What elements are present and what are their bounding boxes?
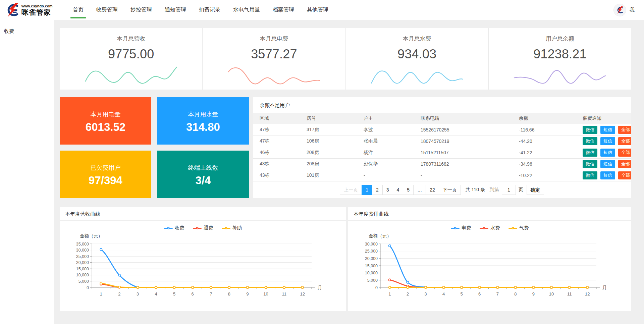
legend-item-收费[interactable]: 收费 — [164, 225, 184, 231]
stat-monthly-water-fee: 本月总水费 934.03 — [346, 28, 489, 90]
wechat-notify-button[interactable]: 微信 — [583, 149, 597, 157]
svg-text:8: 8 — [228, 291, 230, 296]
nav-item-meter-control[interactable]: 抄控管理 — [124, 0, 158, 20]
svg-text:12: 12 — [300, 291, 305, 296]
stat-label: 本月总电费 — [260, 35, 288, 43]
pagination-page-4[interactable]: 4 — [393, 185, 404, 195]
svg-text:11: 11 — [282, 291, 286, 296]
legend-item-气费[interactable]: 气费 — [508, 225, 529, 231]
svg-text:4: 4 — [442, 291, 445, 296]
tile-monthly-water-usage: 本月用水量 314.80 — [157, 97, 249, 145]
wechat-notify-button[interactable]: 微信 — [583, 171, 597, 179]
site-url: www.csyndb.com — [21, 4, 53, 8]
svg-text:10: 10 — [549, 291, 554, 296]
svg-text:35,000: 35,000 — [76, 242, 89, 247]
user-menu[interactable]: 我 — [613, 4, 635, 16]
pagination-goto-label: 到第 — [490, 187, 499, 193]
legend-item-水费[interactable]: 水费 — [480, 225, 500, 231]
nav-item-utility-usage[interactable]: 水电气用量 — [227, 0, 266, 20]
tile-monthly-electricity-usage: 本月用电量 6013.52 — [60, 97, 151, 145]
table-row: 43栋208房彭保华17807311682-34.96 微信短信全部 — [253, 158, 631, 170]
pagination-page-22[interactable]: 22 — [426, 185, 439, 195]
nav-item-other-management[interactable]: 其他管理 — [301, 0, 335, 20]
svg-text:月: 月 — [602, 285, 607, 290]
cost-chart-title: 本年度费用曲线 — [348, 207, 631, 221]
main-nav: 首页 收费管理 抄控管理 通知管理 扣费记录 水电气用量 档案管理 其他管理 — [66, 0, 335, 20]
revenue-chart-title: 本年度营收曲线 — [60, 207, 346, 221]
revenue-line-chart: 05,00010,00015,00020,00025,00030,00035,0… — [60, 221, 346, 311]
stat-monthly-revenue: 本月总营收 9775.00 — [60, 28, 203, 90]
sparkline-revenue — [83, 64, 179, 86]
stat-value: 3577.27 — [251, 47, 297, 61]
pagination-confirm-button[interactable]: 确定 — [527, 185, 544, 195]
nav-item-deduction-records[interactable]: 扣费记录 — [193, 0, 227, 20]
app-header: www.csyndb.com 咪雀管家 首页 收费管理 抄控管理 通知管理 扣费… — [0, 0, 644, 20]
svg-text:10: 10 — [263, 291, 268, 296]
sms-notify-button[interactable]: 短信 — [600, 126, 615, 134]
pagination-total: 共 110 条 — [466, 187, 485, 193]
kpi-tiles: 本月用电量 6013.52 本月用水量 314.80 已欠费用户 97/394 … — [60, 97, 249, 198]
nav-item-archives[interactable]: 档案管理 — [266, 0, 301, 20]
svg-text:30,000: 30,000 — [76, 248, 89, 253]
sparkline-balance — [512, 64, 608, 86]
svg-text:1: 1 — [388, 291, 391, 296]
svg-text:月: 月 — [318, 285, 322, 290]
pagination-next[interactable]: 下一页 — [439, 185, 461, 195]
stat-total-user-balance: 用户总余额 91238.21 — [489, 28, 631, 90]
revenue-chart-panel: 本年度营收曲线 收费退费补助 05,00010,00015,00020,0002… — [60, 207, 346, 311]
user-name: 我 — [630, 7, 635, 13]
cost-chart-legend: 电费水费气费 — [348, 225, 631, 231]
user-avatar — [613, 4, 626, 16]
lightning-logo-icon — [5, 2, 20, 18]
svg-text:2: 2 — [118, 291, 120, 296]
all-notify-button[interactable]: 全部 — [618, 126, 631, 134]
legend-item-电费[interactable]: 电费 — [451, 225, 471, 231]
svg-text:20,000: 20,000 — [365, 256, 378, 261]
pagination-page-5[interactable]: 5 — [403, 185, 414, 195]
nav-item-home[interactable]: 首页 — [66, 0, 90, 20]
pagination-prev[interactable]: 上一页 — [340, 185, 362, 195]
stat-monthly-electric-fee: 本月总电费 3577.27 — [203, 28, 345, 90]
svg-text:7: 7 — [210, 291, 212, 296]
all-notify-button[interactable]: 全部 — [618, 137, 631, 145]
sidebar-item-fees[interactable]: 收费 — [0, 20, 54, 38]
pagination-page-3[interactable]: 3 — [382, 185, 393, 195]
cost-line-chart: 05,00010,00015,00020,00025,00030,0001234… — [348, 221, 631, 311]
svg-text:5: 5 — [461, 291, 463, 296]
svg-text:7: 7 — [496, 291, 499, 296]
svg-text:8: 8 — [514, 291, 517, 296]
sparkline-water — [369, 64, 465, 86]
nav-item-fee-management[interactable]: 收费管理 — [90, 0, 124, 20]
legend-item-补助[interactable]: 补助 — [222, 225, 242, 231]
wechat-notify-button[interactable]: 微信 — [583, 160, 597, 168]
pagination-goto-input[interactable] — [502, 185, 516, 195]
sms-notify-button[interactable]: 短信 — [600, 137, 615, 145]
svg-text:0: 0 — [375, 285, 378, 290]
all-notify-button[interactable]: 全部 — [618, 149, 631, 157]
all-notify-button[interactable]: 全部 — [618, 171, 631, 179]
sms-notify-button[interactable]: 短信 — [600, 160, 615, 168]
svg-text:金额（元）: 金额（元） — [369, 233, 391, 238]
svg-text:6: 6 — [192, 291, 194, 296]
sms-notify-button[interactable]: 短信 — [600, 149, 615, 157]
low-balance-table: 区域 房号 户主 联系电话 余额 催费通知 47栋317房李波155261702… — [253, 113, 631, 181]
svg-text:4: 4 — [155, 291, 157, 296]
svg-text:6: 6 — [478, 291, 481, 296]
wechat-notify-button[interactable]: 微信 — [583, 126, 597, 134]
pagination-page-2[interactable]: 2 — [372, 185, 383, 195]
sms-notify-button[interactable]: 短信 — [600, 171, 615, 179]
svg-text:15,000: 15,000 — [76, 267, 89, 271]
svg-text:5: 5 — [173, 291, 175, 296]
svg-text:15,000: 15,000 — [365, 264, 378, 268]
pagination-page-1[interactable]: 1 — [362, 185, 372, 195]
stat-value: 934.03 — [397, 47, 436, 61]
low-balance-users-panel: 余额不足用户 区域 房号 户主 联系电话 余额 催费通知 47栋317房李波15 — [253, 97, 631, 198]
all-notify-button[interactable]: 全部 — [618, 160, 631, 168]
svg-text:3: 3 — [137, 291, 139, 296]
nav-item-notification[interactable]: 通知管理 — [158, 0, 193, 20]
table-row: 46栋208房杨洋15115211507-41.22 微信短信全部 — [253, 147, 631, 158]
stat-value: 91238.21 — [533, 47, 587, 61]
legend-item-退费[interactable]: 退费 — [193, 225, 213, 231]
stat-label: 用户总余额 — [546, 35, 574, 43]
wechat-notify-button[interactable]: 微信 — [583, 137, 597, 145]
